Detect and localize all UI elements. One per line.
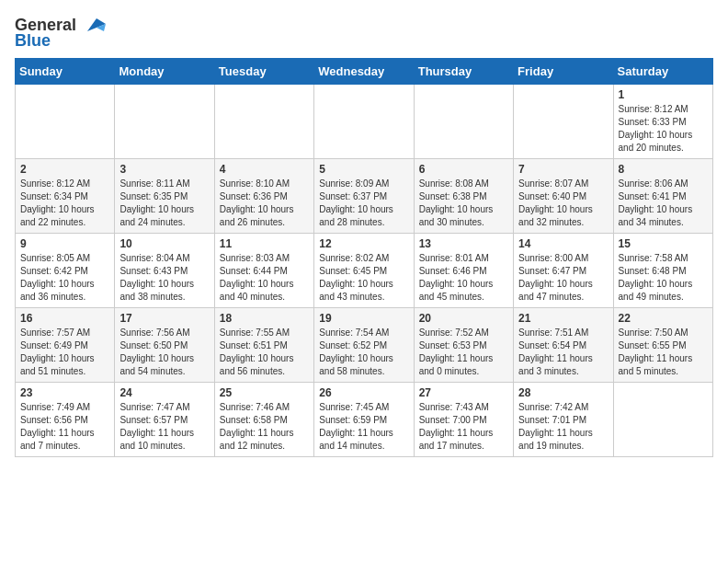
calendar-week-row: 9Sunrise: 8:05 AM Sunset: 6:42 PM Daylig… [16,234,713,308]
day-number: 21 [518,312,608,325]
calendar: SundayMondayTuesdayWednesdayThursdayFrid… [15,58,713,457]
calendar-cell: 22Sunrise: 7:50 AM Sunset: 6:55 PM Dayli… [613,308,712,383]
calendar-cell [214,85,313,159]
day-info: Sunrise: 7:45 AM Sunset: 6:59 PM Dayligh… [319,401,408,453]
day-info: Sunrise: 8:01 AM Sunset: 6:46 PM Dayligh… [419,252,508,304]
calendar-cell: 28Sunrise: 7:42 AM Sunset: 7:01 PM Dayli… [514,383,613,457]
calendar-header-row: SundayMondayTuesdayWednesdayThursdayFrid… [16,59,713,85]
calendar-cell [414,85,513,159]
day-number: 18 [220,312,309,325]
day-info: Sunrise: 8:07 AM Sunset: 6:40 PM Dayligh… [518,178,608,229]
calendar-cell: 20Sunrise: 7:52 AM Sunset: 6:53 PM Dayli… [414,308,513,383]
day-number: 1 [619,88,708,101]
day-info: Sunrise: 8:00 AM Sunset: 6:47 PM Dayligh… [518,252,608,304]
calendar-cell: 3Sunrise: 8:11 AM Sunset: 6:35 PM Daylig… [115,159,214,234]
day-number: 19 [319,312,408,325]
day-info: Sunrise: 7:57 AM Sunset: 6:49 PM Dayligh… [20,327,109,378]
day-info: Sunrise: 8:12 AM Sunset: 6:34 PM Dayligh… [20,178,109,229]
day-info: Sunrise: 7:49 AM Sunset: 6:56 PM Dayligh… [20,401,109,453]
calendar-cell: 23Sunrise: 7:49 AM Sunset: 6:56 PM Dayli… [16,383,115,457]
day-number: 24 [119,386,209,399]
day-number: 4 [220,163,309,176]
day-number: 8 [619,163,708,176]
day-number: 9 [20,237,109,250]
calendar-week-row: 1Sunrise: 8:12 AM Sunset: 6:33 PM Daylig… [16,85,713,159]
calendar-cell: 13Sunrise: 8:01 AM Sunset: 6:46 PM Dayli… [414,234,513,308]
day-number: 15 [619,237,708,250]
day-info: Sunrise: 8:10 AM Sunset: 6:36 PM Dayligh… [220,178,309,229]
calendar-cell: 16Sunrise: 7:57 AM Sunset: 6:49 PM Dayli… [16,308,115,383]
calendar-cell: 21Sunrise: 7:51 AM Sunset: 6:54 PM Dayli… [514,308,613,383]
weekday-header: Wednesday [314,59,414,85]
calendar-cell: 8Sunrise: 8:06 AM Sunset: 6:41 PM Daylig… [613,159,712,234]
calendar-cell: 7Sunrise: 8:07 AM Sunset: 6:40 PM Daylig… [514,159,613,234]
calendar-cell: 10Sunrise: 8:04 AM Sunset: 6:43 PM Dayli… [115,234,214,308]
day-number: 20 [419,312,508,325]
calendar-cell: 24Sunrise: 7:47 AM Sunset: 6:57 PM Dayli… [115,383,214,457]
day-info: Sunrise: 7:47 AM Sunset: 6:57 PM Dayligh… [119,401,209,453]
day-info: Sunrise: 7:56 AM Sunset: 6:50 PM Dayligh… [119,327,209,378]
day-info: Sunrise: 7:43 AM Sunset: 7:00 PM Dayligh… [419,401,508,453]
calendar-cell: 25Sunrise: 7:46 AM Sunset: 6:58 PM Dayli… [214,383,313,457]
calendar-cell: 12Sunrise: 8:02 AM Sunset: 6:45 PM Dayli… [314,234,414,308]
day-info: Sunrise: 8:12 AM Sunset: 6:33 PM Dayligh… [619,103,708,155]
calendar-cell: 15Sunrise: 7:58 AM Sunset: 6:48 PM Dayli… [613,234,712,308]
calendar-cell: 1Sunrise: 8:12 AM Sunset: 6:33 PM Daylig… [613,85,712,159]
day-number: 16 [20,312,109,325]
day-number: 22 [619,312,708,325]
day-info: Sunrise: 8:11 AM Sunset: 6:35 PM Dayligh… [119,178,209,229]
calendar-week-row: 16Sunrise: 7:57 AM Sunset: 6:49 PM Dayli… [16,308,713,383]
day-number: 28 [518,386,608,399]
day-info: Sunrise: 8:04 AM Sunset: 6:43 PM Dayligh… [119,252,209,304]
logo-blue: Blue [15,31,51,51]
day-info: Sunrise: 7:55 AM Sunset: 6:51 PM Dayligh… [220,327,309,378]
day-info: Sunrise: 8:05 AM Sunset: 6:42 PM Dayligh… [20,252,109,304]
day-info: Sunrise: 8:02 AM Sunset: 6:45 PM Dayligh… [319,252,408,304]
day-number: 5 [319,163,408,176]
header: General Blue [15,15,713,51]
day-number: 12 [319,237,408,250]
calendar-cell [514,85,613,159]
calendar-cell: 6Sunrise: 8:08 AM Sunset: 6:38 PM Daylig… [414,159,513,234]
calendar-cell: 4Sunrise: 8:10 AM Sunset: 6:36 PM Daylig… [214,159,313,234]
day-number: 26 [319,386,408,399]
calendar-cell: 2Sunrise: 8:12 AM Sunset: 6:34 PM Daylig… [16,159,115,234]
calendar-cell: 11Sunrise: 8:03 AM Sunset: 6:44 PM Dayli… [214,234,313,308]
day-number: 10 [119,237,209,250]
day-number: 23 [20,386,109,399]
day-info: Sunrise: 7:42 AM Sunset: 7:01 PM Dayligh… [518,401,608,453]
day-info: Sunrise: 8:08 AM Sunset: 6:38 PM Dayligh… [419,178,508,229]
calendar-cell: 9Sunrise: 8:05 AM Sunset: 6:42 PM Daylig… [16,234,115,308]
calendar-week-row: 2Sunrise: 8:12 AM Sunset: 6:34 PM Daylig… [16,159,713,234]
calendar-cell: 5Sunrise: 8:09 AM Sunset: 6:37 PM Daylig… [314,159,414,234]
day-info: Sunrise: 7:46 AM Sunset: 6:58 PM Dayligh… [220,401,309,453]
weekday-header: Tuesday [214,59,313,85]
weekday-header: Saturday [613,59,712,85]
calendar-week-row: 23Sunrise: 7:49 AM Sunset: 6:56 PM Dayli… [16,383,713,457]
calendar-cell: 18Sunrise: 7:55 AM Sunset: 6:51 PM Dayli… [214,308,313,383]
calendar-cell: 14Sunrise: 8:00 AM Sunset: 6:47 PM Dayli… [514,234,613,308]
day-info: Sunrise: 8:09 AM Sunset: 6:37 PM Dayligh… [319,178,408,229]
calendar-cell: 17Sunrise: 7:56 AM Sunset: 6:50 PM Dayli… [115,308,214,383]
calendar-cell [16,85,115,159]
weekday-header: Sunday [16,59,115,85]
calendar-cell: 19Sunrise: 7:54 AM Sunset: 6:52 PM Dayli… [314,308,414,383]
day-number: 2 [20,163,109,176]
calendar-cell [314,85,414,159]
weekday-header: Thursday [414,59,513,85]
weekday-header: Friday [514,59,613,85]
day-number: 11 [220,237,309,250]
day-info: Sunrise: 7:50 AM Sunset: 6:55 PM Dayligh… [619,327,708,378]
calendar-cell [613,383,712,457]
day-info: Sunrise: 8:03 AM Sunset: 6:44 PM Dayligh… [220,252,309,304]
day-number: 27 [419,386,508,399]
day-number: 3 [119,163,209,176]
day-number: 17 [119,312,209,325]
day-info: Sunrise: 7:51 AM Sunset: 6:54 PM Dayligh… [518,327,608,378]
day-info: Sunrise: 7:58 AM Sunset: 6:48 PM Dayligh… [619,252,708,304]
calendar-cell [115,85,214,159]
day-number: 13 [419,237,508,250]
day-number: 7 [518,163,608,176]
logo: General Blue [15,15,106,51]
day-info: Sunrise: 7:54 AM Sunset: 6:52 PM Dayligh… [319,327,408,378]
